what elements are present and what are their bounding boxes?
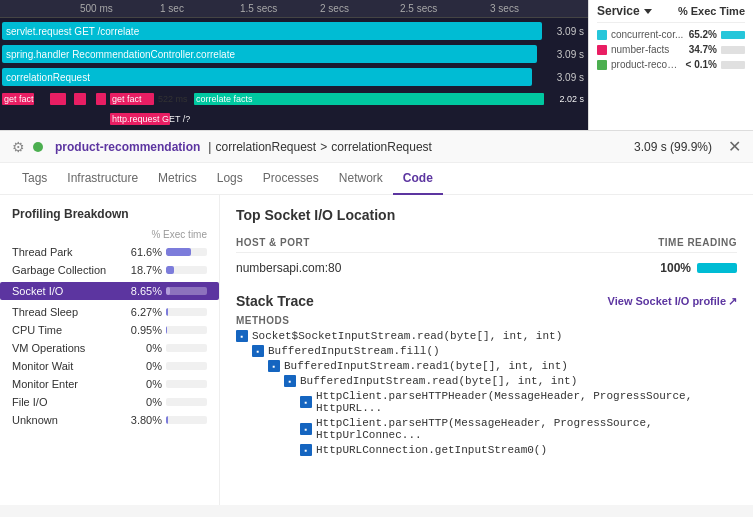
profiling-row-socket-io[interactable]: Socket I/O 8.65% bbox=[0, 282, 219, 300]
stack-text-4: HttpClient.parseHTTPHeader(MessageHeader… bbox=[316, 390, 737, 414]
chevron-down-icon bbox=[644, 9, 652, 14]
service-panel: Service % Exec Time concurrent-cor... 65… bbox=[588, 0, 753, 130]
tab-tags[interactable]: Tags bbox=[12, 163, 57, 195]
small-bar-label-2: get fact bbox=[112, 94, 142, 104]
timeline-row-http: http.request GET /? bbox=[0, 110, 588, 128]
service-name-2: product-recom... bbox=[611, 59, 682, 70]
tab-processes[interactable]: Processes bbox=[253, 163, 329, 195]
stack-icon-1: ▪ bbox=[252, 345, 264, 357]
stack-item-5[interactable]: ▪ HttpClient.parseHTTP(MessageHeader, Pr… bbox=[236, 417, 737, 441]
profiling-row-thread-sleep[interactable]: Thread Sleep 6.27% bbox=[12, 306, 207, 318]
bar-servlet: servlet.request GET /correlate bbox=[2, 22, 542, 40]
gear-icon: ⚙ bbox=[12, 139, 25, 155]
timeline-row-spring[interactable]: spring.handler RecommendationController.… bbox=[0, 43, 588, 65]
stack-icon-0: ▪ bbox=[236, 330, 248, 342]
profiling-row-cpu[interactable]: CPU Time 0.95% bbox=[12, 324, 207, 336]
ruler-label-1-5secs: 1.5 secs bbox=[240, 3, 277, 14]
profiling-row-monitor-enter[interactable]: Monitor Enter 0% bbox=[12, 378, 207, 390]
bar-correlation-label: correlationRequest bbox=[6, 72, 90, 83]
stack-trace-section: Stack Trace View Socket I/O profile ↗ ME… bbox=[236, 293, 737, 456]
breadcrumb-span1[interactable]: correlationRequest bbox=[215, 140, 316, 154]
small-bar-timing-2: 522 ms bbox=[158, 94, 188, 104]
timeline-main: 500 ms 1 sec 1.5 secs 2 secs 2.5 secs 3 … bbox=[0, 0, 588, 130]
close-icon[interactable]: ✕ bbox=[728, 137, 741, 156]
tab-network[interactable]: Network bbox=[329, 163, 393, 195]
content-area: Profiling Breakdown % Exec time Thread P… bbox=[0, 195, 753, 505]
stack-icon-6: ▪ bbox=[300, 444, 312, 456]
exec-time-header: % Exec Time bbox=[678, 5, 745, 17]
ruler-label-500ms: 500 ms bbox=[80, 3, 113, 14]
service-pct-0: 65.2% bbox=[689, 29, 717, 40]
profiling-row-thread-park[interactable]: Thread Park 61.6% bbox=[12, 246, 207, 258]
profiling-row-gc[interactable]: Garbage Collection 18.7% bbox=[12, 264, 207, 276]
stack-item-6[interactable]: ▪ HttpURLConnection.getInputStream0() bbox=[236, 444, 737, 456]
profiling-row-vm[interactable]: VM Operations 0% bbox=[12, 342, 207, 354]
profiling-bar-vm bbox=[166, 344, 207, 352]
stack-trace-title: Stack Trace View Socket I/O profile ↗ bbox=[236, 293, 737, 309]
small-bar-correlate-timing: 2.02 s bbox=[559, 94, 584, 104]
stack-item-1[interactable]: ▪ BufferedInputStream.fill() bbox=[236, 345, 737, 357]
tab-infrastructure[interactable]: Infrastructure bbox=[57, 163, 148, 195]
tab-metrics[interactable]: Metrics bbox=[148, 163, 207, 195]
bar-spring: spring.handler RecommendationController.… bbox=[2, 45, 537, 63]
detail-timing: 3.09 s (99.9%) bbox=[634, 140, 712, 154]
tab-logs[interactable]: Logs bbox=[207, 163, 253, 195]
breadcrumb-arrow: > bbox=[320, 140, 327, 154]
socket-time-right-0: 100% bbox=[660, 261, 737, 275]
small-bar-correlate-label: correlate facts bbox=[196, 94, 253, 104]
timeline-row-servlet[interactable]: servlet.request GET /correlate 3.09 s bbox=[0, 20, 588, 42]
view-profile-label: View Socket I/O profile bbox=[608, 295, 726, 307]
profiling-bar-fill-1 bbox=[166, 266, 174, 274]
profiling-exec-col: % Exec time bbox=[151, 229, 207, 240]
profiling-row-unknown[interactable]: Unknown 3.80% bbox=[12, 414, 207, 426]
profiling-bar-fill-0 bbox=[166, 248, 191, 256]
profiling-row-file-io[interactable]: File I/O 0% bbox=[12, 396, 207, 408]
stack-item-4[interactable]: ▪ HttpClient.parseHTTPHeader(MessageHead… bbox=[236, 390, 737, 414]
stack-item-2[interactable]: ▪ BufferedInputStream.read1(byte[], int,… bbox=[236, 360, 737, 372]
service-bar-2 bbox=[721, 61, 745, 69]
breadcrumb: | correlationRequest > correlationReques… bbox=[208, 140, 432, 154]
profiling-pct-unknown: 3.80% bbox=[122, 414, 162, 426]
breadcrumb-sep: | bbox=[208, 140, 211, 154]
service-item-2[interactable]: product-recom... < 0.1% bbox=[597, 59, 745, 70]
external-link-icon: ↗ bbox=[728, 295, 737, 308]
profiling-row-monitor-wait[interactable]: Monitor Wait 0% bbox=[12, 360, 207, 372]
stack-item-3[interactable]: ▪ BufferedInputStream.read(byte[], int, … bbox=[236, 375, 737, 387]
service-bar-0 bbox=[721, 31, 745, 39]
profiling-bar-fill-9 bbox=[166, 416, 168, 424]
time-reading-col-label: TIME READING bbox=[658, 237, 737, 248]
service-pct-1: 34.7% bbox=[689, 44, 717, 55]
ruler-label-2-5secs: 2.5 secs bbox=[400, 3, 437, 14]
breadcrumb-span2[interactable]: correlationRequest bbox=[331, 140, 432, 154]
stack-item-0[interactable]: ▪ Socket$SocketInputStream.read(byte[], … bbox=[236, 330, 737, 342]
profiling-pct-monitor-enter: 0% bbox=[122, 378, 162, 390]
profiling-pct-gc: 18.7% bbox=[122, 264, 162, 276]
tab-code[interactable]: Code bbox=[393, 163, 443, 195]
profiling-bar-gc bbox=[166, 266, 207, 274]
stack-text-0: Socket$SocketInputStream.read(byte[], in… bbox=[252, 330, 562, 342]
detail-section: ⚙ product-recommendation | correlationRe… bbox=[0, 130, 753, 505]
service-item-1[interactable]: number-facts 34.7% bbox=[597, 44, 745, 55]
bar-spring-label: spring.handler RecommendationController.… bbox=[6, 49, 235, 60]
profiling-label-unknown: Unknown bbox=[12, 414, 122, 426]
profiling-pct-monitor-wait: 0% bbox=[122, 360, 162, 372]
service-header: Service % Exec Time bbox=[597, 4, 745, 23]
view-socket-profile-link[interactable]: View Socket I/O profile ↗ bbox=[608, 295, 737, 308]
timeline-row-correlation[interactable]: correlationRequest 3.09 s bbox=[0, 66, 588, 88]
service-dropdown[interactable]: Service bbox=[597, 4, 652, 18]
profiling-label-monitor-enter: Monitor Enter bbox=[12, 378, 122, 390]
small-bar-pink-4 bbox=[96, 93, 106, 105]
profiling-label-monitor-wait: Monitor Wait bbox=[12, 360, 122, 372]
profiling-label-cpu: CPU Time bbox=[12, 324, 122, 336]
socket-panel: Top Socket I/O Location HOST & PORT TIME… bbox=[220, 195, 753, 505]
profiling-label-thread-park: Thread Park bbox=[12, 246, 122, 258]
ruler-label-3secs: 3 secs bbox=[490, 3, 519, 14]
service-item-0[interactable]: concurrent-cor... 65.2% bbox=[597, 29, 745, 40]
stack-trace-label: Stack Trace bbox=[236, 293, 314, 309]
profiling-bar-thread-sleep bbox=[166, 308, 207, 316]
green-dot-icon bbox=[33, 142, 43, 152]
tabs-row: Tags Infrastructure Metrics Logs Process… bbox=[0, 163, 753, 195]
small-bar-http-label: http.request GET /? bbox=[112, 114, 190, 124]
stack-text-2: BufferedInputStream.read1(byte[], int, i… bbox=[284, 360, 568, 372]
socket-row-0[interactable]: numbersapi.com:80 100% bbox=[236, 257, 737, 279]
